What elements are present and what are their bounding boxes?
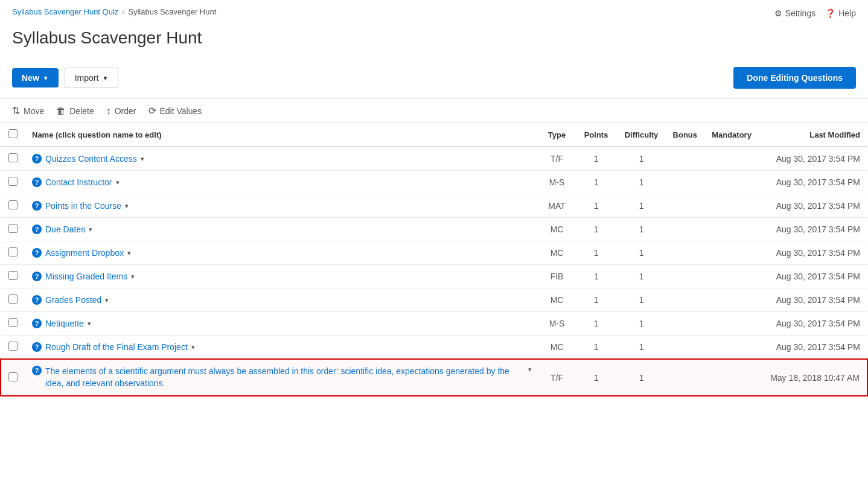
breadcrumb-current: Syllabus Scavenger Hunt — [128, 7, 216, 16]
toolbar: New ▼ Import ▼ Done Editing Questions — [0, 67, 868, 98]
question-icon: ? — [32, 177, 42, 187]
type-cell: MC — [539, 241, 575, 265]
breadcrumb-separator: › — [122, 8, 124, 16]
help-button[interactable]: ❓ Help — [825, 8, 856, 18]
page-header: Syllabus Scavenger Hunt — [0, 24, 868, 67]
name-dropdown-arrow[interactable]: ▾ — [116, 179, 120, 186]
name-dropdown-arrow[interactable]: ▾ — [125, 202, 129, 210]
name-dropdown-arrow[interactable]: ▾ — [89, 226, 92, 234]
points-cell: 1 — [575, 194, 617, 218]
row-checkbox[interactable] — [8, 224, 18, 233]
move-action[interactable]: ⇅ Move — [12, 105, 44, 116]
import-chevron-icon: ▼ — [102, 75, 108, 81]
difficulty-cell: 1 — [617, 147, 666, 171]
bonus-cell — [666, 194, 704, 218]
new-button[interactable]: New ▼ — [12, 68, 59, 88]
bonus-cell — [666, 147, 704, 171]
row-checkbox[interactable] — [8, 247, 18, 256]
points-cell: 1 — [575, 288, 617, 312]
mandatory-cell — [704, 288, 759, 312]
last-modified-cell: Aug 30, 2017 3:54 PM — [759, 265, 867, 288]
bonus-cell — [666, 265, 704, 288]
difficulty-cell: 1 — [617, 241, 666, 265]
row-checkbox[interactable] — [8, 153, 18, 162]
name-dropdown-arrow[interactable]: ▾ — [105, 296, 109, 304]
row-checkbox[interactable] — [8, 372, 18, 381]
question-name-link[interactable]: Points in the Course — [45, 201, 121, 211]
question-name-link[interactable]: Contact Instructor — [45, 177, 112, 187]
bonus-header: Bonus — [666, 123, 704, 147]
question-icon: ? — [32, 272, 42, 281]
type-cell: FIB — [539, 265, 575, 288]
type-cell: T/F — [539, 147, 575, 171]
last-modified-cell: May 18, 2018 10:47 AM — [759, 359, 867, 396]
gear-icon: ⚙ — [774, 8, 782, 18]
mandatory-cell — [704, 312, 759, 336]
difficulty-cell: 1 — [617, 194, 666, 218]
select-all-checkbox[interactable] — [8, 129, 18, 138]
row-checkbox[interactable] — [8, 271, 18, 280]
mandatory-cell — [704, 359, 759, 396]
done-editing-button[interactable]: Done Editing Questions — [733, 67, 856, 89]
type-cell: T/F — [539, 359, 575, 396]
question-name-link[interactable]: Quizzes Content Access — [45, 154, 137, 164]
question-icon: ? — [32, 154, 42, 164]
question-icon: ? — [32, 342, 42, 352]
bonus-cell — [666, 218, 704, 241]
last-modified-cell: Aug 30, 2017 3:54 PM — [759, 194, 867, 218]
name-dropdown-arrow[interactable]: ▾ — [141, 155, 144, 163]
question-name-link[interactable]: Netiquette — [45, 319, 84, 328]
breadcrumb-link[interactable]: Syllabus Scavenger Hunt Quiz — [12, 7, 118, 16]
settings-button[interactable]: ⚙ Settings — [774, 8, 816, 18]
trash-icon: 🗑 — [56, 106, 66, 116]
bonus-cell — [666, 312, 704, 336]
mandatory-cell — [704, 171, 759, 194]
difficulty-cell: 1 — [617, 288, 666, 312]
name-dropdown-arrow[interactable]: ▾ — [528, 366, 532, 374]
bonus-cell — [666, 288, 704, 312]
question-name-link[interactable]: Assignment Dropbox — [45, 248, 124, 258]
type-cell: MC — [539, 218, 575, 241]
order-action[interactable]: ↕ Order — [106, 106, 136, 116]
name-dropdown-arrow[interactable]: ▾ — [127, 249, 131, 257]
mandatory-cell — [704, 336, 759, 360]
points-cell: 1 — [575, 265, 617, 288]
name-dropdown-arrow[interactable]: ▾ — [88, 320, 91, 328]
question-name-link[interactable]: Missing Graded Items — [45, 272, 127, 281]
edit-values-icon: ⟳ — [148, 105, 156, 116]
table-row: ?Grades Posted ▾MC11Aug 30, 2017 3:54 PM — [1, 288, 867, 312]
last-modified-cell: Aug 30, 2017 3:54 PM — [759, 147, 867, 171]
table-row: ?Contact Instructor ▾M-S11Aug 30, 2017 3… — [1, 171, 867, 194]
question-icon: ? — [32, 319, 42, 328]
row-checkbox[interactable] — [8, 342, 18, 351]
last-modified-cell: Aug 30, 2017 3:54 PM — [759, 336, 867, 360]
help-icon: ❓ — [825, 8, 835, 18]
delete-action[interactable]: 🗑 Delete — [56, 106, 94, 116]
name-dropdown-arrow[interactable]: ▾ — [191, 343, 195, 351]
mandatory-cell — [704, 194, 759, 218]
breadcrumb: Syllabus Scavenger Hunt Quiz › Syllabus … — [0, 0, 868, 24]
type-cell: M-S — [539, 171, 575, 194]
points-cell: 1 — [575, 241, 617, 265]
row-checkbox[interactable] — [8, 177, 18, 186]
row-checkbox[interactable] — [8, 200, 18, 209]
edit-values-action[interactable]: ⟳ Edit Values — [148, 105, 202, 116]
points-cell: 1 — [575, 359, 617, 396]
row-checkbox[interactable] — [8, 294, 18, 304]
question-name-link[interactable]: Grades Posted — [45, 295, 101, 305]
difficulty-cell: 1 — [617, 218, 666, 241]
question-name-link[interactable]: Rough Draft of the Final Exam Project — [45, 342, 188, 352]
type-cell: MC — [539, 288, 575, 312]
last-modified-header: Last Modified — [759, 123, 867, 147]
last-modified-cell: Aug 30, 2017 3:54 PM — [759, 241, 867, 265]
question-name-link[interactable]: The elements of a scientific argument mu… — [45, 366, 525, 389]
import-button[interactable]: Import ▼ — [65, 68, 119, 88]
last-modified-cell: Aug 30, 2017 3:54 PM — [759, 312, 867, 336]
row-checkbox[interactable] — [8, 318, 18, 327]
bonus-cell — [666, 171, 704, 194]
table-row: ?Netiquette ▾M-S11Aug 30, 2017 3:54 PM — [1, 312, 867, 336]
order-icon: ↕ — [106, 106, 111, 116]
name-dropdown-arrow[interactable]: ▾ — [131, 273, 135, 281]
move-icon: ⇅ — [12, 105, 20, 116]
question-name-link[interactable]: Due Dates — [45, 224, 85, 234]
